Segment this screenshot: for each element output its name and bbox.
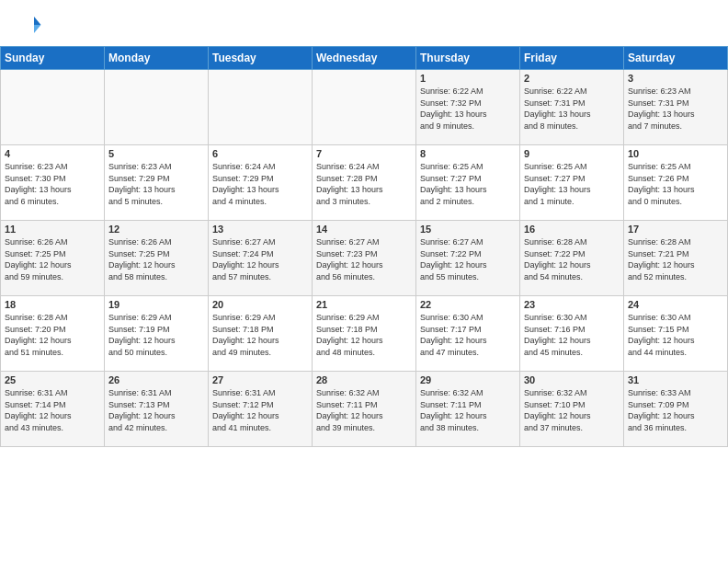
calendar-day-cell: 13Sunrise: 6:27 AM Sunset: 7:24 PM Dayli…	[209, 221, 313, 296]
day-number: 18	[5, 299, 100, 310]
day-info: Sunrise: 6:28 AM Sunset: 7:21 PM Dayligh…	[628, 236, 723, 282]
calendar-day-cell: 25Sunrise: 6:31 AM Sunset: 7:14 PM Dayli…	[1, 372, 105, 447]
weekday-header-tuesday: Tuesday	[209, 47, 313, 70]
day-info: Sunrise: 6:29 AM Sunset: 7:18 PM Dayligh…	[316, 312, 412, 358]
calendar-day-cell: 7Sunrise: 6:24 AM Sunset: 7:28 PM Daylig…	[313, 145, 416, 221]
day-number: 22	[420, 299, 516, 310]
day-info: Sunrise: 6:28 AM Sunset: 7:22 PM Dayligh…	[524, 236, 620, 282]
calendar-day-cell: 22Sunrise: 6:30 AM Sunset: 7:17 PM Dayli…	[416, 296, 520, 372]
day-info: Sunrise: 6:30 AM Sunset: 7:16 PM Dayligh…	[524, 312, 620, 358]
calendar-day-cell: 15Sunrise: 6:27 AM Sunset: 7:22 PM Dayli…	[416, 221, 520, 296]
day-number: 3	[628, 73, 723, 84]
day-number: 28	[316, 374, 412, 385]
day-info: Sunrise: 6:30 AM Sunset: 7:17 PM Dayligh…	[420, 312, 516, 358]
calendar-day-cell: 1Sunrise: 6:22 AM Sunset: 7:32 PM Daylig…	[416, 70, 520, 145]
calendar-day-cell: 11Sunrise: 6:26 AM Sunset: 7:25 PM Dayli…	[1, 221, 105, 296]
footer	[0, 447, 728, 454]
calendar-day-cell: 12Sunrise: 6:26 AM Sunset: 7:25 PM Dayli…	[105, 221, 209, 296]
calendar-day-cell: 16Sunrise: 6:28 AM Sunset: 7:22 PM Dayli…	[520, 221, 624, 296]
day-info: Sunrise: 6:23 AM Sunset: 7:29 PM Dayligh…	[108, 161, 204, 207]
calendar-day-cell: 18Sunrise: 6:28 AM Sunset: 7:20 PM Dayli…	[1, 296, 105, 372]
day-number: 14	[316, 224, 412, 235]
day-info: Sunrise: 6:27 AM Sunset: 7:22 PM Dayligh…	[420, 236, 516, 282]
day-info: Sunrise: 6:26 AM Sunset: 7:25 PM Dayligh…	[108, 236, 204, 282]
calendar-day-cell: 26Sunrise: 6:31 AM Sunset: 7:13 PM Dayli…	[105, 372, 209, 447]
day-info: Sunrise: 6:27 AM Sunset: 7:24 PM Dayligh…	[212, 236, 308, 282]
calendar-day-cell: 31Sunrise: 6:33 AM Sunset: 7:09 PM Dayli…	[624, 372, 728, 447]
day-info: Sunrise: 6:23 AM Sunset: 7:31 PM Dayligh…	[628, 86, 723, 132]
day-number: 19	[108, 299, 204, 310]
calendar-week-3: 11Sunrise: 6:26 AM Sunset: 7:25 PM Dayli…	[1, 221, 728, 296]
day-info: Sunrise: 6:22 AM Sunset: 7:32 PM Dayligh…	[420, 86, 516, 132]
day-number: 1	[420, 73, 516, 84]
day-info: Sunrise: 6:32 AM Sunset: 7:10 PM Dayligh…	[524, 387, 620, 433]
svg-marker-0	[34, 17, 41, 25]
weekday-header-sunday: Sunday	[1, 47, 105, 70]
day-number: 21	[316, 299, 412, 310]
calendar-day-cell: 17Sunrise: 6:28 AM Sunset: 7:21 PM Dayli…	[624, 221, 728, 296]
day-number: 13	[212, 224, 308, 235]
calendar-day-cell: 28Sunrise: 6:32 AM Sunset: 7:11 PM Dayli…	[313, 372, 416, 447]
day-number: 23	[524, 299, 620, 310]
day-info: Sunrise: 6:25 AM Sunset: 7:27 PM Dayligh…	[420, 161, 516, 207]
day-number: 6	[212, 148, 308, 159]
calendar-day-cell: 4Sunrise: 6:23 AM Sunset: 7:30 PM Daylig…	[1, 145, 105, 221]
calendar-day-cell: 29Sunrise: 6:32 AM Sunset: 7:11 PM Dayli…	[416, 372, 520, 447]
day-number: 24	[628, 299, 723, 310]
day-number: 9	[524, 148, 620, 159]
day-info: Sunrise: 6:24 AM Sunset: 7:29 PM Dayligh…	[212, 161, 308, 207]
day-number: 30	[524, 374, 620, 385]
day-number: 27	[212, 374, 308, 385]
day-number: 29	[420, 374, 516, 385]
calendar-day-cell: 23Sunrise: 6:30 AM Sunset: 7:16 PM Dayli…	[520, 296, 624, 372]
calendar-day-cell	[105, 70, 209, 145]
calendar-day-cell: 21Sunrise: 6:29 AM Sunset: 7:18 PM Dayli…	[313, 296, 416, 372]
day-number: 11	[5, 224, 100, 235]
day-info: Sunrise: 6:31 AM Sunset: 7:14 PM Dayligh…	[5, 387, 100, 433]
calendar-day-cell	[313, 70, 416, 145]
day-info: Sunrise: 6:26 AM Sunset: 7:25 PM Dayligh…	[5, 236, 100, 282]
calendar-day-cell: 19Sunrise: 6:29 AM Sunset: 7:19 PM Dayli…	[105, 296, 209, 372]
day-number: 5	[108, 148, 204, 159]
day-number: 25	[5, 374, 100, 385]
day-number: 2	[524, 73, 620, 84]
calendar-day-cell: 24Sunrise: 6:30 AM Sunset: 7:15 PM Dayli…	[624, 296, 728, 372]
day-number: 31	[628, 374, 723, 385]
weekday-header-friday: Friday	[520, 47, 624, 70]
calendar-day-cell: 2Sunrise: 6:22 AM Sunset: 7:31 PM Daylig…	[520, 70, 624, 145]
day-info: Sunrise: 6:28 AM Sunset: 7:20 PM Dayligh…	[5, 312, 100, 358]
calendar-day-cell: 27Sunrise: 6:31 AM Sunset: 7:12 PM Dayli…	[209, 372, 313, 447]
weekday-header-row: SundayMondayTuesdayWednesdayThursdayFrid…	[1, 47, 728, 70]
day-number: 20	[212, 299, 308, 310]
day-info: Sunrise: 6:29 AM Sunset: 7:19 PM Dayligh…	[108, 312, 204, 358]
calendar-day-cell: 14Sunrise: 6:27 AM Sunset: 7:23 PM Dayli…	[313, 221, 416, 296]
svg-marker-1	[34, 25, 41, 33]
weekday-header-saturday: Saturday	[624, 47, 728, 70]
calendar-day-cell: 3Sunrise: 6:23 AM Sunset: 7:31 PM Daylig…	[624, 70, 728, 145]
calendar-table: SundayMondayTuesdayWednesdayThursdayFrid…	[0, 46, 728, 447]
calendar-day-cell	[209, 70, 313, 145]
day-number: 4	[5, 148, 100, 159]
weekday-header-wednesday: Wednesday	[313, 47, 416, 70]
day-info: Sunrise: 6:31 AM Sunset: 7:13 PM Dayligh…	[108, 387, 204, 433]
calendar-day-cell: 6Sunrise: 6:24 AM Sunset: 7:29 PM Daylig…	[209, 145, 313, 221]
weekday-header-monday: Monday	[105, 47, 209, 70]
day-number: 7	[316, 148, 412, 159]
day-number: 17	[628, 224, 723, 235]
calendar-week-5: 25Sunrise: 6:31 AM Sunset: 7:14 PM Dayli…	[1, 372, 728, 447]
day-info: Sunrise: 6:25 AM Sunset: 7:26 PM Dayligh…	[628, 161, 723, 207]
day-info: Sunrise: 6:22 AM Sunset: 7:31 PM Dayligh…	[524, 86, 620, 132]
calendar-week-1: 1Sunrise: 6:22 AM Sunset: 7:32 PM Daylig…	[1, 70, 728, 145]
calendar-day-cell: 5Sunrise: 6:23 AM Sunset: 7:29 PM Daylig…	[105, 145, 209, 221]
logo	[15, 11, 44, 39]
day-number: 26	[108, 374, 204, 385]
day-info: Sunrise: 6:29 AM Sunset: 7:18 PM Dayligh…	[212, 312, 308, 358]
day-number: 8	[420, 148, 516, 159]
day-info: Sunrise: 6:27 AM Sunset: 7:23 PM Dayligh…	[316, 236, 412, 282]
day-number: 16	[524, 224, 620, 235]
logo-icon	[15, 11, 42, 39]
weekday-header-thursday: Thursday	[416, 47, 520, 70]
day-number: 10	[628, 148, 723, 159]
calendar-day-cell: 30Sunrise: 6:32 AM Sunset: 7:10 PM Dayli…	[520, 372, 624, 447]
calendar-day-cell: 9Sunrise: 6:25 AM Sunset: 7:27 PM Daylig…	[520, 145, 624, 221]
